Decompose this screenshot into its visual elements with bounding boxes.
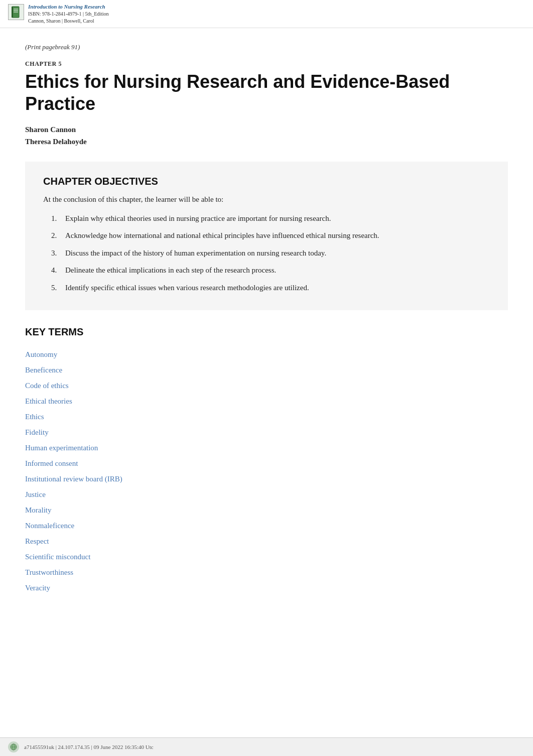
key-term-link[interactable]: Informed consent [25,459,78,467]
key-term-link[interactable]: Respect [25,537,49,545]
objectives-heading: CHAPTER OBJECTIVES [43,176,490,187]
key-terms-heading: KEY TERMS [25,326,508,338]
list-item[interactable]: Veracity [25,580,508,596]
key-term-link[interactable]: Justice [25,490,46,498]
key-term-link[interactable]: Nonmaleficence [25,522,74,530]
chapter-title: Ethics for Nursing Research and Evidence… [25,71,508,114]
list-item[interactable]: Beneficence [25,362,508,378]
item-text: Acknowledge how international and nation… [65,230,379,241]
item-num: 2. [51,230,61,241]
key-term-link[interactable]: Ethics [25,413,44,421]
book-authors: Cannon, Sharon | Boswell, Carol [28,18,109,25]
print-pagebreak: (Print pagebreak 91) [25,43,508,51]
author-line-1: Sharon Cannon [25,123,508,136]
key-term-link[interactable]: Scientific misconduct [25,553,90,561]
key-term-link[interactable]: Human experimentation [25,444,98,452]
author-line-2: Theresa Delahoyde [25,136,508,148]
key-term-link[interactable]: Fidelity [25,428,49,436]
footer-icon [8,741,19,752]
footer-text: a71455591uk | 24.107.174.35 | 09 June 20… [24,744,154,750]
list-item: 1. Explain why ethical theories used in … [51,210,490,227]
list-item[interactable]: Human experimentation [25,440,508,456]
list-item[interactable]: Ethics [25,409,508,425]
objectives-list: 1. Explain why ethical theories used in … [51,210,490,297]
key-term-link[interactable]: Institutional review board (IRB) [25,475,122,483]
item-text: Explain why ethical theories used in nur… [65,213,331,224]
item-num: 1. [51,213,61,224]
list-item[interactable]: Respect [25,534,508,549]
key-terms-list: Autonomy Beneficence Code of ethics Ethi… [25,347,508,596]
list-item[interactable]: Fidelity [25,425,508,440]
list-item: 4. Delineate the ethical implications in… [51,262,490,279]
key-term-link[interactable]: Trustworthiness [25,568,73,576]
chapter-objectives-box: CHAPTER OBJECTIVES At the conclusion of … [25,162,508,311]
list-item[interactable]: Morality [25,502,508,518]
item-text: Identify specific ethical issues when va… [65,282,309,294]
top-header: Introduction to Nursing Research ISBN: 9… [0,0,533,28]
key-term-link[interactable]: Morality [25,506,52,514]
list-item[interactable]: Autonomy [25,347,508,362]
chapter-label: CHAPTER 5 [25,60,508,68]
list-item: 2. Acknowledge how international and nat… [51,227,490,244]
list-item[interactable]: Scientific misconduct [25,549,508,565]
chapter-authors: Sharon Cannon Theresa Delahoyde [25,123,508,148]
svg-rect-1 [12,7,13,18]
footer-bar: a71455591uk | 24.107.174.35 | 09 June 20… [0,737,533,756]
list-item[interactable]: Informed consent [25,456,508,471]
list-item: 3. Discuss the impact of the history of … [51,244,490,262]
item-num: 5. [51,282,61,294]
list-item[interactable]: Justice [25,487,508,502]
item-num: 4. [51,265,61,276]
objectives-intro: At the conclusion of this chapter, the l… [43,195,490,204]
list-item: 5. Identify specific ethical issues when… [51,279,490,297]
list-item[interactable]: Nonmaleficence [25,518,508,534]
key-term-link[interactable]: Autonomy [25,350,57,358]
key-term-link[interactable]: Code of ethics [25,382,69,390]
book-isbn: ISBN: 978-1-2841-4979-1 | 5th_Edition [28,11,109,18]
book-title: Introduction to Nursing Research [28,3,109,11]
header-text: Introduction to Nursing Research ISBN: 9… [28,3,109,25]
item-num: 3. [51,247,61,259]
list-item[interactable]: Code of ethics [25,378,508,394]
key-term-link[interactable]: Ethical theories [25,397,72,405]
list-item[interactable]: Institutional review board (IRB) [25,471,508,487]
key-term-link[interactable]: Veracity [25,584,50,592]
list-item[interactable]: Trustworthiness [25,565,508,580]
item-text: Delineate the ethical implications in ea… [65,265,276,276]
item-text: Discuss the impact of the history of hum… [65,247,326,259]
page-content: (Print pagebreak 91) CHAPTER 5 Ethics fo… [0,28,533,626]
book-icon [8,4,24,20]
key-terms-section: KEY TERMS Autonomy Beneficence Code of e… [25,326,508,596]
list-item[interactable]: Ethical theories [25,394,508,409]
key-term-link[interactable]: Beneficence [25,366,62,374]
